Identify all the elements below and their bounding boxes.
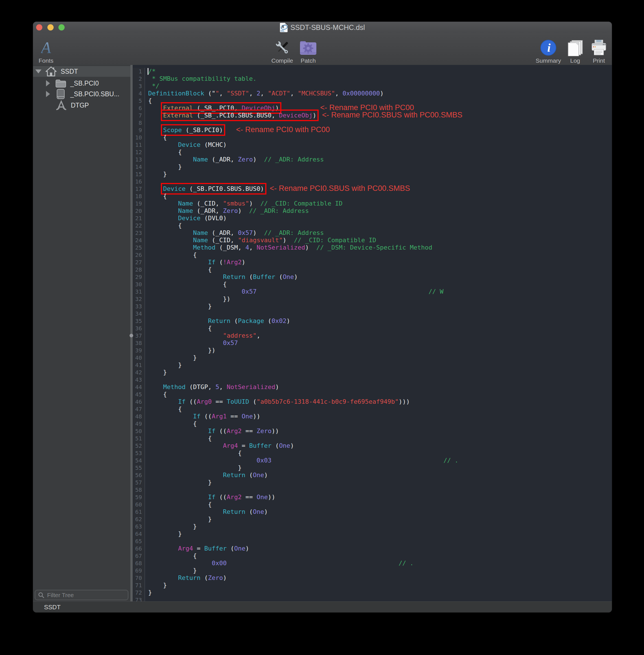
code-text: Method (_DSM, 4, NotSerialized) // _DSM:… (145, 244, 432, 251)
sidebar-item-sb-pci0[interactable]: _SB.PCI0 (33, 78, 130, 89)
code-line: 57 } (133, 479, 612, 486)
code-text: } (145, 361, 182, 369)
code-text: "address", (145, 332, 260, 339)
filter-tree-field[interactable] (35, 590, 129, 600)
filter-tree-input[interactable] (47, 591, 118, 599)
line-number: 40 (133, 354, 145, 361)
code-line: 64 } (133, 530, 612, 538)
line-number: 9 (133, 127, 145, 134)
code-line: 17 Device (_SB.PCI0.SBUS.BUS0)<- Rename … (133, 185, 612, 193)
fonts-button[interactable]: A Fonts (33, 35, 67, 64)
patch-button[interactable]: Patch (287, 35, 329, 64)
code-line: 73 (133, 596, 612, 601)
status-selection-path: SSDT (44, 604, 61, 611)
code-line: 61 Return (One) (133, 508, 612, 516)
code-text: { (145, 449, 242, 457)
code-line: 12 { (133, 149, 612, 156)
code-line: 34 (133, 310, 612, 317)
code-line: 62 } (133, 516, 612, 523)
sidebar-item-label: SSDT (61, 68, 78, 75)
chevron-down-icon[interactable] (35, 69, 42, 73)
code-text: 0x03 // . (145, 457, 458, 464)
line-number: 46 (133, 398, 145, 405)
code-text: Arg4 = Buffer (One) (145, 442, 294, 449)
line-number: 34 (133, 310, 145, 317)
line-number: 70 (133, 574, 145, 582)
line-number: 29 (133, 273, 145, 280)
sidebar-item-ssdt[interactable]: SSDT (33, 66, 130, 77)
code-text: Method (DTGP, 5, NotSerialized) (145, 383, 279, 391)
line-number: 61 (133, 508, 145, 516)
line-number: 56 (133, 472, 145, 479)
title-bar[interactable]: xDSL SSDT-SBUS-MCHC.dsl (33, 22, 612, 33)
print-button[interactable]: Print (578, 35, 612, 64)
code-text: Arg4 = Buffer (One) (145, 545, 249, 552)
patch-icon (299, 39, 317, 57)
code-text: } (145, 479, 212, 486)
code-line: 58 (133, 486, 612, 494)
code-text: * SMBus compatibility table. (145, 75, 256, 83)
code-line: 47 { (133, 405, 612, 413)
line-number: 55 (133, 464, 145, 472)
line-number: 48 (133, 413, 145, 420)
code-line: 31 0x57 // W (133, 288, 612, 295)
code-text: { (145, 266, 212, 273)
sidebar-item-dtgp[interactable]: DTGP (33, 100, 130, 111)
code-line: 63 } (133, 523, 612, 530)
code-text: 0x57 (145, 339, 238, 347)
line-number: 22 (133, 222, 145, 229)
code-text: External (_SB_.PCI0.SBUS.BUS0, DeviceObj… (145, 112, 316, 119)
code-editor[interactable]: 1/*2 * SMBus compatibility table.3 */4De… (133, 65, 612, 601)
line-number: 3 (133, 83, 145, 90)
code-text: } (145, 516, 212, 523)
code-line: 14 } (133, 163, 612, 171)
toolbar: A Fonts Compile (33, 33, 612, 66)
home-icon (45, 67, 57, 76)
line-number: 21 (133, 214, 145, 222)
chevron-right-icon[interactable] (46, 91, 50, 97)
code-line: 9 Scope (_SB.PCI0)<- Rename PCI0 with PC… (133, 127, 612, 134)
code-line: 60 { (133, 501, 612, 508)
line-number: 26 (133, 251, 145, 258)
line-number: 42 (133, 369, 145, 376)
code-text: }) (145, 295, 230, 303)
status-bar: SSDT (33, 601, 612, 612)
sidebar-item-label: _SB.PCI0 (70, 80, 99, 87)
code-line: 54 0x03 // . (133, 457, 612, 464)
code-text: Name (_CID, "diagsvault") // _CID: Compa… (145, 236, 376, 244)
line-number: 62 (133, 516, 145, 523)
line-number: 63 (133, 523, 145, 530)
line-number: 12 (133, 149, 145, 156)
code-line: 46 If ((Arg0 == ToUUID ("a0b5b7c6-1318-4… (133, 398, 612, 405)
code-line: 37 "address", (133, 332, 612, 339)
code-text: If ((Arg2 == One)) (145, 494, 275, 501)
line-number: 60 (133, 501, 145, 508)
code-text (145, 486, 148, 494)
sidebar-item-sb-pci0-sbus[interactable]: _SB.PCI0.SBU... (33, 89, 130, 99)
line-number: 38 (133, 339, 145, 347)
line-number: 14 (133, 163, 145, 171)
code-line: 51 { (133, 435, 612, 442)
code-text (145, 178, 148, 185)
code-text: If ((Arg1 == One)) (145, 413, 260, 420)
code-text: { (145, 391, 167, 398)
code-text: If (!Arg2) (145, 258, 245, 266)
chevron-right-icon[interactable] (46, 80, 50, 86)
code-line: 19 Name (_CID, "smbus") // _CID: Compati… (133, 200, 612, 207)
code-text: } (145, 369, 167, 376)
code-line: 18 { (133, 193, 612, 200)
code-line: 25 Method (_DSM, 4, NotSerialized) // _D… (133, 244, 612, 251)
code-line: 3 */ (133, 83, 612, 90)
folder-icon (55, 78, 66, 88)
title-group: xDSL SSDT-SBUS-MCHC.dsl (33, 22, 612, 33)
line-number: 44 (133, 383, 145, 391)
sidebar-tree: SSDT _SB.PCI0 (33, 65, 130, 601)
line-number: 17 (133, 185, 145, 193)
line-number: 27 (133, 258, 145, 266)
line-number: 5 (133, 97, 145, 105)
line-number: 59 (133, 494, 145, 501)
pane-splitter[interactable] (130, 65, 133, 601)
line-number: 28 (133, 266, 145, 273)
highlight-box: External (_SB_.PCI0, DeviceObj) (163, 105, 279, 112)
code-text: { (145, 325, 212, 332)
